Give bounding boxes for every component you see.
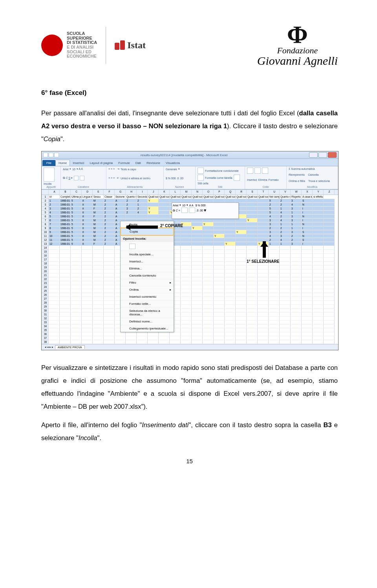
header-logos: SCUOLA SUPERIORE DI STATISTICA E DI ANAL… [41, 24, 338, 67]
section-heading: 6° fase (Excel) [41, 86, 338, 100]
ctx-collegamento[interactable]: Collegamento ipertestuale... [121, 325, 174, 332]
ctx-opzioni-header: Opzioni Incolla: [121, 235, 174, 242]
page-number: 15 [41, 458, 338, 464]
ctx-elenco[interactable]: Seleziona da elenco a discesa... [121, 307, 174, 318]
tab-revisione[interactable]: Revisione [144, 160, 163, 166]
paste-button[interactable] [44, 167, 55, 182]
logo-scuola-text: SCUOLA SUPERIORE DI STATISTICA E DI ANAL… [67, 31, 97, 58]
paragraph-1: Per passare all'analisi dei dati, l'inse… [41, 107, 338, 146]
logo-agnelli: Φ Fondazione Giovanni Agnelli [257, 24, 338, 67]
tab-dati[interactable]: Dati [133, 160, 144, 166]
arrow-selezionare [261, 241, 266, 258]
ribbon-tabs: File Home Inserisci Layout di pagina For… [42, 159, 338, 166]
phi-icon: Φ [257, 24, 338, 46]
arrow-copiare [126, 226, 158, 229]
maximize-button[interactable] [318, 152, 327, 158]
context-menu: Taglia Copia Opzioni Incolla: Incolla sp… [120, 221, 174, 332]
ctx-ordina[interactable]: Ordina▸ [121, 286, 174, 293]
minimize-button[interactable] [309, 152, 318, 158]
annotation-copiare: 2° COPIARE [160, 224, 183, 228]
ctx-formato[interactable]: Formato celle... [121, 300, 174, 307]
close-button[interactable] [328, 152, 337, 158]
tab-formule[interactable]: Formule [115, 160, 132, 166]
ribbon: Incolla Appunti Arial ▾ 10 ▾ A A G C S ▾… [42, 166, 338, 189]
tab-file[interactable]: File [42, 160, 55, 166]
tab-layout[interactable]: Layout di pagina [87, 160, 116, 166]
tab-inserisci[interactable]: Inserisci [70, 160, 87, 166]
ctx-commento[interactable]: Inserisci commento [121, 293, 174, 300]
tab-visualizza[interactable]: Visualizza [163, 160, 183, 166]
divider [106, 27, 106, 64]
logo-scuola-mark [41, 35, 63, 56]
logo-istat: Istat [115, 40, 146, 51]
sheet-tab[interactable]: AMBIENTE PROVA [55, 345, 85, 349]
ctx-incolla-speciale[interactable]: Incolla speciale... [121, 251, 174, 258]
mini-toolbar[interactable]: Arial▾ 10▾ A A $ % 000 G C ≡ .0 .00 ⯆ [172, 202, 239, 219]
tab-home[interactable]: Home [55, 160, 70, 166]
paragraph-2: Per visualizzare e sintetizzare i risult… [41, 361, 338, 413]
excel-screenshot: results-survey922114 [modalità compatibi… [41, 151, 339, 350]
ctx-elimina[interactable]: Elimina... [121, 265, 174, 272]
ctx-nome[interactable]: Definisci nome... [121, 318, 174, 325]
sheet-tab-bar: ◂ ◂ ▸ ▸ AMBIENTE PROVA [42, 344, 338, 350]
window-title: results-survey922114 [modalità compatibi… [60, 153, 307, 157]
spreadsheet-grid[interactable]: ABCDEFGHIJKLMNOPQRSTUVWXYZ 1idCompletat.… [42, 189, 338, 344]
annotation-selezionare: 1° SELEZIONARE [247, 259, 279, 264]
ctx-inserisci[interactable]: Inserisci... [121, 258, 174, 265]
paragraph-3: Aperto il file, all'interno del foglio "… [41, 419, 338, 444]
ctx-filtro[interactable]: Filtro▸ [121, 279, 174, 286]
ctx-paste-option[interactable] [121, 242, 174, 251]
logo-scuola: SCUOLA SUPERIORE DI STATISTICA E DI ANAL… [41, 31, 97, 58]
window-titlebar: results-survey922114 [modalità compatibi… [42, 151, 338, 159]
ctx-cancella[interactable]: Cancella contenuto [121, 272, 174, 279]
